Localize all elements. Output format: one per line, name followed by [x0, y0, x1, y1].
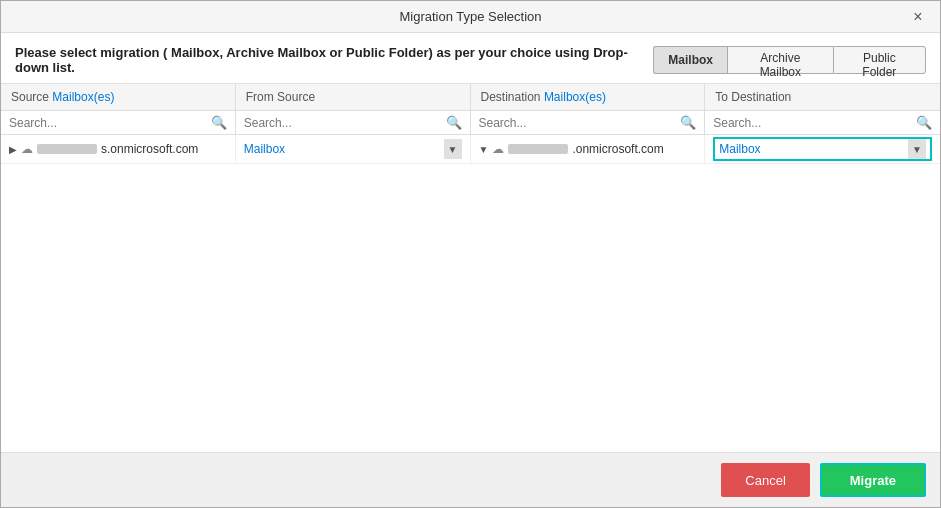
cloud-icon-source: ☁ [21, 142, 33, 156]
col-header-from: From Source [236, 84, 471, 110]
search-input-dest[interactable] [479, 116, 677, 130]
search-cell-source: 🔍 [1, 111, 236, 134]
source-cell: ▶ ☁ s.onmicrosoft.com [1, 135, 236, 163]
close-button[interactable]: × [908, 7, 928, 27]
search-icon-from[interactable]: 🔍 [446, 115, 462, 130]
search-cell-from: 🔍 [236, 111, 471, 134]
source-blurred [37, 144, 97, 154]
search-cell-dest: 🔍 [471, 111, 706, 134]
from-source-value[interactable]: Mailbox [244, 142, 285, 156]
dest-cell: ▼ ☁ .onmicrosoft.com [471, 135, 706, 163]
search-input-from[interactable] [244, 116, 442, 130]
search-cell-to: 🔍 [705, 111, 940, 134]
empty-area [1, 164, 940, 452]
search-icon-to[interactable]: 🔍 [916, 115, 932, 130]
footer: Cancel Migrate [1, 452, 940, 507]
public-folder-type-button[interactable]: Public Folder [833, 46, 926, 74]
type-buttons-group: Mailbox Archive Mailbox Public Folder [653, 46, 926, 74]
table-row: ▶ ☁ s.onmicrosoft.com Mailbox ▼ ▼ ☁ [1, 135, 940, 164]
dest-domain: .onmicrosoft.com [572, 142, 663, 156]
search-icon-source[interactable]: 🔍 [211, 115, 227, 130]
expand-arrow-dest[interactable]: ▼ [479, 144, 489, 155]
to-dest-value: Mailbox [719, 142, 760, 156]
search-row: 🔍 🔍 🔍 🔍 [1, 111, 940, 135]
search-icon-dest[interactable]: 🔍 [680, 115, 696, 130]
expand-arrow[interactable]: ▶ [9, 144, 17, 155]
top-section: Please select migration ( Mailbox, Archi… [1, 33, 940, 84]
migrate-button[interactable]: Migrate [820, 463, 926, 497]
mailbox-type-button[interactable]: Mailbox [653, 46, 727, 74]
to-dest-dropdown[interactable]: Mailbox ▼ [713, 137, 932, 161]
dialog-title: Migration Type Selection [33, 9, 908, 24]
col-header-source-highlight: Mailbox(es) [52, 90, 114, 104]
cloud-icon-dest: ☁ [492, 142, 504, 156]
dialog-window: Migration Type Selection × Please select… [0, 0, 941, 508]
to-dest-dropdown-arrow[interactable]: ▼ [908, 139, 926, 159]
col-header-dest: Destination Mailbox(es) [471, 84, 706, 110]
search-input-source[interactable] [9, 116, 207, 130]
col-header-source: Source Mailbox(es) [1, 84, 236, 110]
dest-blurred [508, 144, 568, 154]
col-header-to: To Destination [705, 84, 940, 110]
from-source-cell: Mailbox ▼ [236, 135, 471, 163]
source-domain: s.onmicrosoft.com [101, 142, 198, 156]
to-dest-cell: Mailbox ▼ [705, 135, 940, 163]
search-input-to[interactable] [713, 116, 912, 130]
cancel-button[interactable]: Cancel [721, 463, 809, 497]
main-content: Source Mailbox(es) From Source Destinati… [1, 84, 940, 452]
instruction-text: Please select migration ( Mailbox, Archi… [15, 45, 653, 75]
table-header: Source Mailbox(es) From Source Destinati… [1, 84, 940, 111]
dialog-body: Please select migration ( Mailbox, Archi… [1, 33, 940, 507]
archive-mailbox-type-button[interactable]: Archive Mailbox [727, 46, 833, 74]
from-source-dropdown[interactable]: ▼ [444, 139, 462, 159]
col-header-dest-highlight: Mailbox(es) [544, 90, 606, 104]
title-bar: Migration Type Selection × [1, 1, 940, 33]
